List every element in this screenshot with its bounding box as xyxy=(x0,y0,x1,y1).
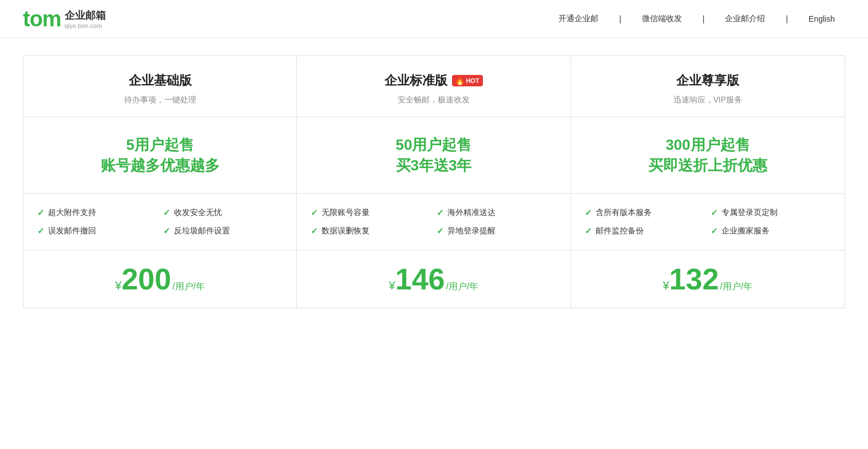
price-amount-basic: 200 xyxy=(121,264,171,294)
feature-label: 收发安全无忧 xyxy=(174,208,222,218)
price-currency-basic: ¥ xyxy=(115,279,121,292)
plan-title-row-basic: 企业基础版 xyxy=(129,72,192,89)
feature-label: 海外精准送达 xyxy=(447,208,496,218)
feature-label: 反垃圾邮件设置 xyxy=(174,226,230,236)
feature-item: ✓ 海外精准送达 xyxy=(437,208,557,218)
promo-line2-standard: 买3年送3年 xyxy=(314,155,553,176)
feature-label: 含所有版本服务 xyxy=(596,208,652,218)
logo-enterprise-label: 企业邮箱 xyxy=(65,10,106,22)
nav-links: 开通企业邮 | 微信端收发 | 企业邮介绍 | English xyxy=(548,14,845,24)
plan-subtitle-standard: 安全畅邮，极速收发 xyxy=(398,95,470,105)
check-icon: ✓ xyxy=(163,208,171,218)
plan-header-premium: 企业尊享版 迅速响应，VIP服务 xyxy=(571,56,845,117)
main-content: 企业基础版 待办事项，一键处理 5用户起售 账号越多优惠越多 ✓ 超大附件支持 … xyxy=(0,38,868,331)
header: tom 企业邮箱 qiye.tom.com 开通企业邮 | 微信端收发 | 企业… xyxy=(0,0,868,38)
price-amount-standard: 146 xyxy=(395,264,445,294)
logo-tom[interactable]: tom xyxy=(23,8,61,30)
price-currency-standard: ¥ xyxy=(389,279,395,292)
plan-promo-basic: 5用户起售 账号越多优惠越多 xyxy=(23,117,296,194)
plan-title-premium: 企业尊享版 xyxy=(676,72,739,89)
nav-divider-3: | xyxy=(775,14,798,23)
feature-item: ✓ 企业搬家服务 xyxy=(711,226,831,236)
promo-line1-standard: 50用户起售 xyxy=(314,134,553,155)
promo-line2-basic: 账号越多优惠越多 xyxy=(41,155,279,176)
plan-title-standard: 企业标准版 xyxy=(385,72,447,89)
promo-line1-premium: 300用户起售 xyxy=(588,134,827,155)
feature-label: 误发邮件撤回 xyxy=(48,226,96,236)
price-row-premium: ¥ 132 /用户/年 xyxy=(588,264,827,294)
feature-item: ✓ 数据误删恢复 xyxy=(311,226,431,236)
nav-wechat[interactable]: 微信端收发 xyxy=(632,14,692,24)
feature-item: ✓ 邮件监控备份 xyxy=(585,226,705,236)
plan-card-basic: 企业基础版 待办事项，一键处理 5用户起售 账号越多优惠越多 ✓ 超大附件支持 … xyxy=(23,56,297,308)
plan-card-standard: 企业标准版 HOT 安全畅邮，极速收发 50用户起售 买3年送3年 ✓ 无限账号… xyxy=(297,56,570,308)
nav-intro[interactable]: 企业邮介绍 xyxy=(715,14,775,24)
price-currency-premium: ¥ xyxy=(663,279,669,292)
plan-features-basic: ✓ 超大附件支持 ✓ 收发安全无忧 ✓ 误发邮件撤回 ✓ 反垃圾邮件设置 xyxy=(23,194,296,251)
plan-title-row-standard: 企业标准版 HOT xyxy=(385,72,482,89)
logo-area: tom 企业邮箱 qiye.tom.com xyxy=(23,8,106,30)
nav-divider-2: | xyxy=(692,14,715,23)
check-icon: ✓ xyxy=(711,208,718,218)
feature-item: ✓ 误发邮件撤回 xyxy=(37,226,157,236)
feature-label: 异地登录提醒 xyxy=(447,226,496,236)
promo-line2-premium: 买即送折上折优惠 xyxy=(588,155,827,176)
feature-item: ✓ 无限账号容量 xyxy=(311,208,431,218)
price-unit-premium: /用户/年 xyxy=(720,281,752,293)
feature-label: 数据误删恢复 xyxy=(322,226,370,236)
check-icon: ✓ xyxy=(311,208,318,218)
plan-header-basic: 企业基础版 待办事项，一键处理 xyxy=(23,56,296,117)
logo-text-block: 企业邮箱 qiye.tom.com xyxy=(65,10,106,30)
plan-price-standard: ¥ 146 /用户/年 xyxy=(297,251,570,308)
plan-features-standard: ✓ 无限账号容量 ✓ 海外精准送达 ✓ 数据误删恢复 ✓ 异地登录提醒 xyxy=(297,194,570,251)
feature-item: ✓ 异地登录提醒 xyxy=(437,226,557,236)
feature-item: ✓ 专属登录页定制 xyxy=(711,208,831,218)
check-icon: ✓ xyxy=(37,226,45,236)
nav-english[interactable]: English xyxy=(798,14,845,23)
feature-item: ✓ 收发安全无忧 xyxy=(163,208,283,218)
check-icon: ✓ xyxy=(163,226,171,236)
price-amount-premium: 132 xyxy=(669,264,719,294)
feature-label: 无限账号容量 xyxy=(322,208,370,218)
features-grid-basic: ✓ 超大附件支持 ✓ 收发安全无忧 ✓ 误发邮件撤回 ✓ 反垃圾邮件设置 xyxy=(37,208,283,236)
feature-item: ✓ 超大附件支持 xyxy=(37,208,157,218)
feature-label: 企业搬家服务 xyxy=(722,226,770,236)
feature-label: 邮件监控备份 xyxy=(596,226,644,236)
plan-subtitle-basic: 待办事项，一键处理 xyxy=(124,95,196,105)
feature-label: 超大附件支持 xyxy=(48,208,96,218)
nav-open-enterprise[interactable]: 开通企业邮 xyxy=(548,14,609,24)
plan-title-row-premium: 企业尊享版 xyxy=(676,72,739,89)
features-grid-premium: ✓ 含所有版本服务 ✓ 专属登录页定制 ✓ 邮件监控备份 ✓ 企业搬家服务 xyxy=(585,208,831,236)
feature-item: ✓ 含所有版本服务 xyxy=(585,208,705,218)
check-icon: ✓ xyxy=(437,226,444,236)
check-icon: ✓ xyxy=(437,208,444,218)
price-unit-standard: /用户/年 xyxy=(446,281,478,293)
hot-badge-label: HOT xyxy=(466,77,479,84)
hot-badge: HOT xyxy=(452,75,482,86)
price-row-basic: ¥ 200 /用户/年 xyxy=(41,264,279,294)
check-icon: ✓ xyxy=(585,208,592,218)
plan-price-basic: ¥ 200 /用户/年 xyxy=(23,251,296,308)
plans-grid: 企业基础版 待办事项，一键处理 5用户起售 账号越多优惠越多 ✓ 超大附件支持 … xyxy=(23,55,845,308)
plan-subtitle-premium: 迅速响应，VIP服务 xyxy=(673,95,743,105)
price-row-standard: ¥ 146 /用户/年 xyxy=(314,264,553,294)
check-icon: ✓ xyxy=(711,226,718,236)
check-icon: ✓ xyxy=(37,208,45,218)
promo-line1-basic: 5用户起售 xyxy=(41,134,279,155)
check-icon: ✓ xyxy=(585,226,592,236)
plan-price-premium: ¥ 132 /用户/年 xyxy=(571,251,845,308)
feature-item: ✓ 反垃圾邮件设置 xyxy=(163,226,283,236)
features-grid-standard: ✓ 无限账号容量 ✓ 海外精准送达 ✓ 数据误删恢复 ✓ 异地登录提醒 xyxy=(311,208,556,236)
plan-promo-premium: 300用户起售 买即送折上折优惠 xyxy=(571,117,845,194)
feature-label: 专属登录页定制 xyxy=(722,208,778,218)
plan-card-premium: 企业尊享版 迅速响应，VIP服务 300用户起售 买即送折上折优惠 ✓ 含所有版… xyxy=(571,56,845,308)
nav-divider-1: | xyxy=(609,14,632,23)
logo-domain-label: qiye.tom.com xyxy=(65,22,102,30)
price-unit-basic: /用户/年 xyxy=(172,281,205,293)
plan-features-premium: ✓ 含所有版本服务 ✓ 专属登录页定制 ✓ 邮件监控备份 ✓ 企业搬家服务 xyxy=(571,194,845,251)
check-icon: ✓ xyxy=(311,226,318,236)
plan-title-basic: 企业基础版 xyxy=(129,72,192,89)
plan-header-standard: 企业标准版 HOT 安全畅邮，极速收发 xyxy=(297,56,570,117)
plan-promo-standard: 50用户起售 买3年送3年 xyxy=(297,117,570,194)
